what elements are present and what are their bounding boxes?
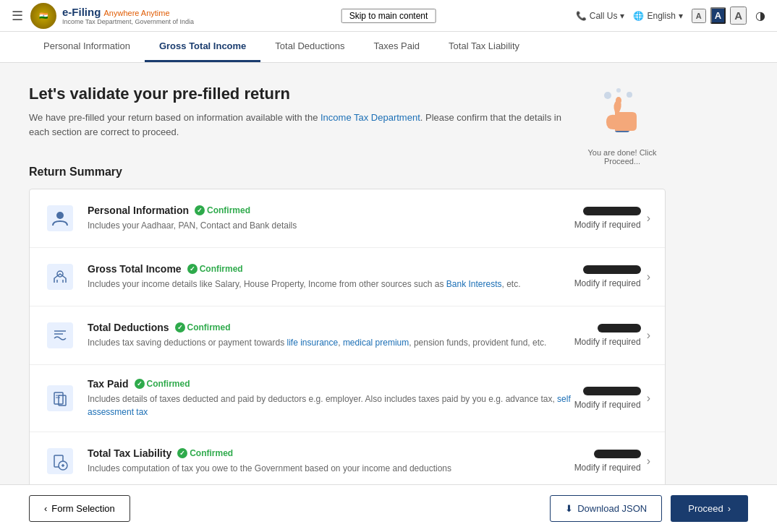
section-title: Return Summary [29,166,666,179]
lang-chevron: ▾ [679,11,683,21]
footer: ‹ Form Selection ⬇ Download JSON Proceed… [0,484,777,532]
row-gross-total-income[interactable]: Gross Total Income ✓ Confirmed Includes … [30,248,665,306]
tax-paid-chevron: › [647,392,650,405]
gross-total-income-info: Gross Total Income ✓ Confirmed Includes … [88,263,574,291]
language-label: English [647,11,675,21]
row-total-tax-liability[interactable]: Total Tax Liability ✓ Confirmed Includes… [30,432,665,490]
call-us-button[interactable]: 📞 Call Us ▾ [576,11,625,21]
total-deductions-badge: ✓ Confirmed [175,322,231,332]
total-deductions-info: Total Deductions ✓ Confirmed Includes ta… [88,322,574,349]
logo-emblem: 🇮🇳 [30,3,56,29]
download-label: Download JSON [577,503,647,514]
personal-information-modify: Modify if required [574,220,641,230]
total-deductions-icon [44,319,76,351]
personal-information-badge: ✓ Confirmed [195,205,250,215]
form-selection-button[interactable]: ‹ Form Selection [29,495,130,522]
download-icon: ⬇ [565,503,573,514]
logo-text-block: e-Filing Anywhere Anytime Income Tax Dep… [62,6,194,25]
total-deductions-desc: Includes tax saving deductions or paymen… [88,336,574,349]
total-tax-liability-action[interactable]: Modify if required › [574,450,650,473]
total-deductions-chevron: › [647,329,650,342]
tax-paid-info: Tax Paid ✓ Confirmed Includes details of… [88,378,574,419]
check-icon-2: ✓ [187,264,198,274]
tax-paid-title: Tax Paid ✓ Confirmed [88,378,574,390]
total-deductions-action[interactable]: Modify if required › [574,324,650,347]
call-us-chevron: ▾ [620,11,624,21]
total-tax-liability-title: Total Tax Liability ✓ Confirmed [88,447,574,459]
back-arrow-icon: ‹ [44,503,47,514]
tax-paid-modify: Modify if required [574,400,641,410]
logo-subtitle: Income Tax Department, Government of Ind… [62,18,194,25]
personal-information-title: Personal Information ✓ Confirmed [88,205,574,216]
contrast-toggle[interactable]: ◑ [755,9,765,22]
gross-total-income-title: Gross Total Income ✓ Confirmed [88,263,574,275]
logo-title: e-Filing Anywhere Anytime [62,6,194,18]
personal-information-redacted [583,207,641,215]
personal-information-info: Personal Information ✓ Confirmed Include… [88,205,574,232]
gross-total-income-redacted [583,265,641,274]
proceed-button[interactable]: Proceed › [671,495,748,522]
nav-tabs: Personal Information Gross Total Income … [0,32,777,63]
check-icon-3: ✓ [175,322,185,332]
logo-area: 🇮🇳 e-Filing Anywhere Anytime Income Tax … [30,3,194,29]
tax-paid-desc: Includes details of taxes deducted and p… [88,392,574,419]
font-small-button[interactable]: A [692,9,706,23]
proceed-arrow-icon: › [728,503,731,514]
gross-total-income-action[interactable]: Modify if required › [574,265,650,288]
proceed-label: Proceed [688,503,723,514]
personal-information-icon [44,202,76,234]
logo-tagline: Anywhere Anytime [104,9,170,17]
summary-card: Personal Information ✓ Confirmed Include… [29,189,666,491]
done-text: You are done! Click Proceed... [579,148,666,166]
tab-personal-information[interactable]: Personal Information [29,32,145,62]
personal-information-chevron: › [647,212,650,225]
gross-total-income-desc: Includes your income details like Salary… [88,278,574,291]
tab-total-tax-liability[interactable]: Total Tax Liability [434,32,534,62]
total-deductions-redacted [598,324,641,332]
font-medium-button[interactable]: A [710,7,726,24]
tax-paid-action[interactable]: Modify if required › [574,387,650,410]
tab-gross-total-income[interactable]: Gross Total Income [145,32,260,62]
row-total-deductions[interactable]: Total Deductions ✓ Confirmed Includes ta… [30,306,665,365]
font-large-button[interactable]: A [730,7,747,25]
phone-icon: 📞 [576,11,587,21]
tax-paid-redacted [583,387,641,395]
tax-paid-badge: ✓ Confirmed [135,379,190,389]
tab-total-deductions[interactable]: Total Deductions [260,32,359,62]
page-subtitle: We have pre-filled your return based on … [29,111,579,139]
gross-total-income-badge: ✓ Confirmed [187,264,243,274]
tab-taxes-paid[interactable]: Taxes Paid [359,32,434,62]
total-tax-liability-icon [44,445,76,477]
hamburger-menu[interactable]: ☰ [12,8,23,24]
total-tax-liability-desc: Includes computation of tax you owe to t… [88,462,574,475]
svg-point-4 [616,97,621,104]
personal-information-action[interactable]: Modify if required › [574,207,650,230]
hero-illustration: You are done! Click Proceed... [579,85,666,166]
top-bar-right: 📞 Call Us ▾ 🌐 English ▾ A A A ◑ [576,7,765,25]
download-json-button[interactable]: ⬇ Download JSON [550,495,662,522]
total-deductions-title: Total Deductions ✓ Confirmed [88,322,574,333]
total-tax-liability-badge: ✓ Confirmed [177,448,233,458]
main-content: Let's validate your pre-filled return We… [0,63,695,512]
thumbs-up-icon [579,85,666,144]
font-controls: A A A [692,7,747,25]
total-deductions-modify: Modify if required [574,337,641,347]
total-tax-liability-redacted [594,450,641,458]
total-tax-liability-info: Total Tax Liability ✓ Confirmed Includes… [88,447,574,475]
language-selector[interactable]: 🌐 English ▾ [633,11,682,21]
row-tax-paid[interactable]: Tax Paid ✓ Confirmed Includes details of… [30,365,665,432]
svg-rect-11 [47,322,73,348]
hero-text: Let's validate your pre-filled return We… [29,85,579,156]
svg-point-2 [627,92,632,98]
top-bar: ☰ 🇮🇳 e-Filing Anywhere Anytime Income Ta… [0,0,777,32]
row-personal-information[interactable]: Personal Information ✓ Confirmed Include… [30,189,665,248]
svg-rect-19 [47,448,73,474]
skip-to-main-button[interactable]: Skip to main content [341,9,436,23]
svg-point-1 [616,88,621,93]
hero-area: Let's validate your pre-filled return We… [29,85,666,166]
svg-point-6 [56,212,64,219]
globe-icon: 🌐 [633,11,644,21]
check-icon: ✓ [195,205,205,215]
gross-total-income-icon [44,261,76,293]
tax-paid-icon [44,382,76,414]
